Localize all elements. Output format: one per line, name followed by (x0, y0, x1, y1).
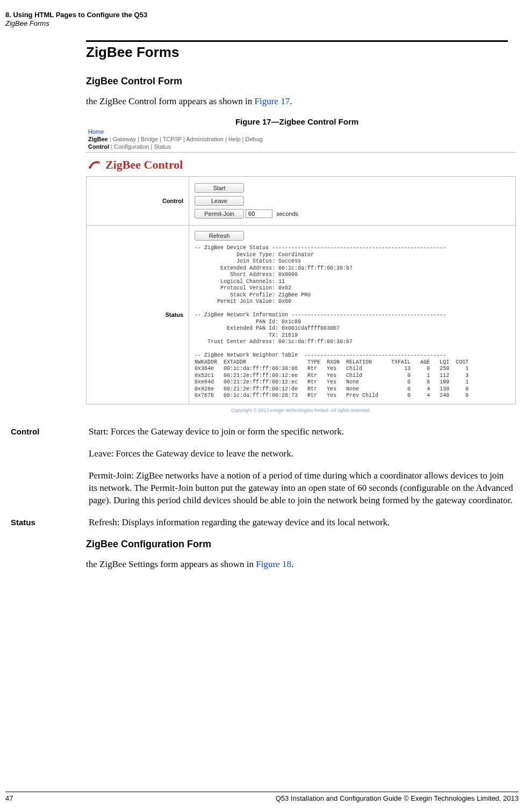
figure-17-caption: Figure 17—Zigbee Control Form (86, 117, 508, 126)
running-header: 8. Using HTML Pages to Configure the Q53… (5, 11, 508, 28)
footer-text: Q53 Installation and Configuration Guide… (276, 794, 519, 802)
page-number: 47 (5, 794, 13, 802)
control-leave-text: Leave: Forces the Gateway device to leav… (89, 448, 513, 460)
row-label-status: Status (87, 226, 189, 404)
refresh-button[interactable]: Refresh (195, 231, 244, 241)
permit-join-button[interactable]: Permit-Join (195, 209, 244, 219)
intro-text-post: . (290, 96, 292, 106)
row-label-control: Control (87, 177, 189, 226)
row-body-control: Start Leave Permit-Join 60 seconds (189, 177, 516, 226)
page-footer: 47 Q53 Installation and Configuration Gu… (5, 792, 519, 802)
intro-paragraph-2: the ZigBee Settings form appears as show… (86, 559, 508, 571)
breadcrumb-home-link[interactable]: Home (88, 128, 104, 135)
intro2-text-post: . (291, 559, 293, 569)
screenshot-divider (86, 152, 516, 153)
def-body-status: Refresh: Displays information regarding … (89, 517, 513, 529)
breadcrumb-level1-rest[interactable]: Gateway | Bridge | TCP/IP | Administrati… (113, 136, 263, 142)
section-rule (86, 40, 508, 42)
def-term-control: Control (11, 426, 89, 436)
svg-point-0 (98, 162, 99, 163)
panel-title-text: ZigBee Control (105, 158, 183, 172)
permit-join-unit-label: seconds (276, 211, 298, 217)
control-start-text: Start: Forces the Gateway device to join… (89, 426, 513, 438)
intro2-text-pre: the ZigBee Settings form appears as show… (86, 559, 256, 569)
figure-17-link[interactable]: Figure 17 (255, 96, 290, 106)
def-body-control: Start: Forces the Gateway device to join… (89, 426, 513, 507)
def-term-status: Status (11, 517, 89, 527)
intro-paragraph-1: the ZigBee Control form appears as shown… (86, 96, 508, 108)
intro-text-pre: the ZigBee Control form appears as shown… (86, 96, 255, 106)
panel-title-row: ZigBee Control (88, 158, 516, 172)
lizard-icon (88, 158, 101, 171)
breadcrumb-level1: ZigBee | Gateway | Bridge | TCP/IP | Adm… (88, 136, 516, 142)
subsection-title-control-form: ZigBee Control Form (86, 76, 508, 87)
section-title: ZigBee Forms (86, 44, 508, 61)
running-header-section: ZigBee Forms (5, 19, 508, 28)
permit-join-seconds-input[interactable]: 60 (246, 209, 272, 218)
leave-button[interactable]: Leave (195, 196, 244, 206)
running-header-chapter: 8. Using HTML Pages to Configure the Q53 (5, 11, 508, 19)
zigbee-control-table: Control Start Leave Permit-Join 60 secon… (86, 176, 516, 404)
breadcrumb-control-active[interactable]: Control (88, 143, 109, 150)
figure-17-screenshot: Home ZigBee | Gateway | Bridge | TCP/IP … (86, 128, 516, 413)
breadcrumb-home-row: Home (88, 128, 516, 135)
breadcrumb-level2: Control | Configuration | Status (88, 143, 516, 150)
breadcrumb-level2-rest[interactable]: Configuration | Status (114, 143, 171, 150)
start-button[interactable]: Start (195, 183, 244, 193)
control-permit-join-text: Permit-Join: ZigBee networks have a noti… (89, 470, 513, 507)
breadcrumb-zigbee-active[interactable]: ZigBee (88, 136, 108, 142)
row-body-status: Refresh -- ZigBee Device Status --------… (189, 226, 516, 404)
subsection-title-config-form: ZigBee Configuration Form (86, 539, 508, 550)
status-refresh-text: Refresh: Displays information regarding … (89, 517, 513, 529)
figure-18-link[interactable]: Figure 18 (256, 559, 291, 569)
screenshot-copyright: Copyright © 2013 exegin technologies lim… (86, 408, 516, 413)
status-output: -- ZigBee Device Status ----------------… (195, 245, 510, 400)
